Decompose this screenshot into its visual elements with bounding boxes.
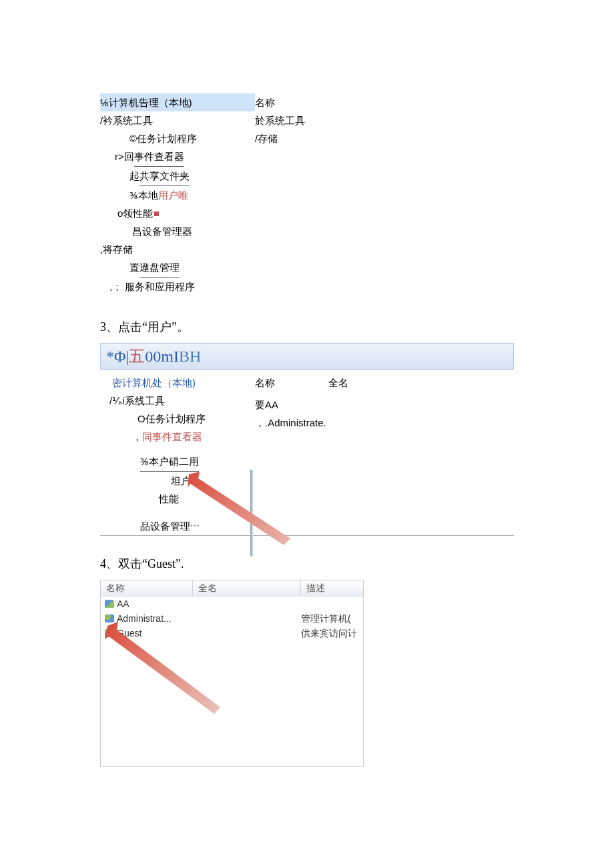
tree-label: 遨盘管理 <box>139 258 180 278</box>
tree-item[interactable]: O任务计划程序 <box>107 410 255 428</box>
cell-desc: 管理计算机( <box>301 611 351 626</box>
tree-prefix: r>回 <box>115 151 134 162</box>
tree-block-1: ⅛计算机告理（本地) /衿系统工具 ©任务计划程序 r>回事件查看器 起共享文件… <box>100 93 514 296</box>
step-3-text: 3、点击“用户”。 <box>100 319 514 335</box>
tree-root[interactable]: ⅛计算机告理（本地) <box>100 93 255 111</box>
col-header-fullname[interactable]: 全名 <box>193 580 301 596</box>
tree-label: 户 <box>181 475 191 486</box>
title-part: 00mI <box>145 348 179 365</box>
table-header: 名称 全名 描述 <box>101 580 363 596</box>
tree-label: ⅜本户硝二用 <box>140 452 199 472</box>
tree-item-user[interactable]: 坦户 <box>107 472 255 490</box>
tree-item[interactable]: ,将存储 <box>100 240 255 258</box>
title-part: *Φ| <box>106 348 129 365</box>
tree-prefix: ， <box>132 431 142 442</box>
col-header-desc[interactable]: 描述 <box>301 580 363 596</box>
cell-name: Administrat... <box>117 611 172 626</box>
cell-name: Guest <box>117 626 141 640</box>
tree-label: o领性能 <box>117 207 153 219</box>
tree-item[interactable]: /衿系统工具 <box>100 111 255 129</box>
panel-title: *Φ|五00mIBH <box>100 343 514 370</box>
marker-icon <box>154 211 159 216</box>
tree-item[interactable]: 品设备管理••• <box>107 517 255 535</box>
cell-name: AA <box>117 596 129 611</box>
tree-item[interactable]: 性能 <box>107 490 255 508</box>
tree-item[interactable]: 置遨盘管理 <box>100 258 255 278</box>
user-icon <box>105 600 114 608</box>
tree-item[interactable]: ⅜本户硝二用 <box>107 452 255 472</box>
table-row[interactable]: AA <box>101 596 363 611</box>
list-item[interactable]: ，.Administrate. <box>255 414 348 432</box>
tree-label: 品设备管理 <box>140 520 190 532</box>
overflow-icon: ••• <box>190 522 200 529</box>
col-header-name: 名称 <box>255 93 305 111</box>
title-part: 五 <box>129 348 145 365</box>
table-row-guest[interactable]: Guest 供来宾访问计 <box>101 626 363 640</box>
tree-root[interactable]: 密计算机处（本地) <box>107 374 255 392</box>
user-icon <box>105 629 114 637</box>
user-icon <box>105 614 114 622</box>
tree-item[interactable]: o领性能 <box>100 204 255 222</box>
tree-item[interactable]: ©任务计划程序 <box>100 129 255 147</box>
table-row[interactable]: Administrat... 管理计算机( <box>101 611 363 626</box>
tree-label: 事件查看器 <box>134 147 184 167</box>
expand-icon <box>193 480 197 484</box>
col-header-name[interactable]: 名称 <box>101 580 193 596</box>
tree-item[interactable]: 起共享文件夹 <box>100 167 255 186</box>
tree-prefix: 起 <box>129 170 139 181</box>
col-header-name: 名称 <box>255 374 328 392</box>
tree-item[interactable]: ⅜本地用户唯 <box>100 186 255 204</box>
tree-prefix: 置 <box>129 262 139 273</box>
tree-label: 用户唯 <box>158 189 188 201</box>
tree-block-2: *Φ|五00mIBH 密计算机处（本地) /⅟ₐi系线工具 O任务计划程序 ，同… <box>100 343 514 536</box>
step-4-text: 4、双击“Guest”. <box>100 556 514 572</box>
tree-prefix: ⅜本地 <box>129 189 158 201</box>
title-part: BH <box>179 348 201 365</box>
col-header-fullname: 全名 <box>328 374 348 392</box>
tree-label: 共享文件夹 <box>139 167 190 186</box>
tree-item[interactable]: r>回事件查看器 <box>100 147 255 167</box>
tree-item[interactable]: ,； 服务和应用程序 <box>100 278 255 296</box>
list-item[interactable]: /存储 <box>255 129 305 147</box>
users-table: 名称 全名 描述 AA Administrat... 管理计算机( Guest … <box>100 580 364 767</box>
tree-label: 同事件直看器 <box>142 431 202 442</box>
tree-item[interactable]: 昌设备管理器 <box>100 222 255 240</box>
tree-item[interactable]: /⅟ₐi系线工具 <box>107 392 255 410</box>
divider <box>250 470 253 556</box>
list-item[interactable]: 要AA <box>255 396 348 414</box>
tree-prefix: 坦 <box>171 475 181 486</box>
tree-item[interactable]: ，同事件直看器 <box>107 428 255 446</box>
cell-desc: 供来宾访问计 <box>301 626 357 640</box>
list-item[interactable]: 於系统工具 <box>255 111 305 129</box>
